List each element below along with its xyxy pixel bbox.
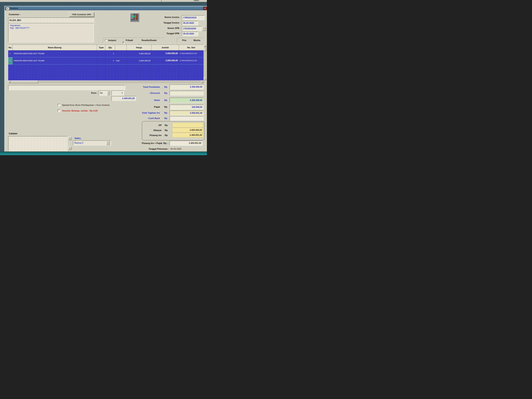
- sales-label: Sales,: [74, 137, 81, 140]
- row2-no: 1: [10, 59, 11, 62]
- dp-label: DP: [132, 124, 162, 127]
- voucher-belanja-checkbox[interactable]: [58, 109, 60, 112]
- kurs-rate-field[interactable]: 1: [112, 90, 124, 96]
- discount-field[interactable]: [170, 91, 204, 95]
- tanggal-invoice-field[interactable]: 05-03-2020: [182, 21, 198, 25]
- discount-label: - Discount: [129, 92, 160, 95]
- top-fragment-text: DMSI: [194, 0, 199, 1]
- customer-name-field[interactable]: ELIZA ,IBU: [8, 18, 94, 23]
- catatan-label: Catatan: [9, 132, 17, 135]
- tanggal-spb-value: 05-03-2020: [182, 32, 198, 36]
- radio-instansi[interactable]: [105, 39, 107, 42]
- row2-jumlah: 2.650.000,00: [152, 59, 178, 62]
- netto-value: 5.300.000,00: [170, 98, 203, 103]
- row1-qty: 1: [105, 52, 114, 55]
- total-pembelian-rp: Rp: [164, 86, 167, 89]
- row2-seri: E78664M9H933230: [180, 59, 197, 62]
- nomor-spb-value: 178J2010236: [182, 26, 201, 31]
- radio-pria-label[interactable]: Pria: [182, 39, 186, 42]
- close-button[interactable]: ✕: [203, 7, 207, 10]
- nomor-invoice-value: 178R2010233: [182, 16, 204, 20]
- customer-address-box: Yogyakarta Telp : 085743187777: [8, 23, 94, 43]
- hscroll-left-icon[interactable]: ◄: [8, 81, 11, 83]
- netto-rp: Rp: [164, 99, 167, 101]
- piutang-inv-field[interactable]: 2.409.091,00: [172, 133, 203, 138]
- total-pembelian-field: 5.300.000,00: [170, 84, 204, 89]
- sales-value: Resna C: [73, 141, 111, 145]
- header-nama-barang[interactable]: Nama Barang: [13, 45, 97, 51]
- header-no[interactable]: No.: [8, 45, 13, 51]
- kurs-dropdown-icon[interactable]: ▼: [107, 91, 110, 95]
- header-harga[interactable]: Harga: [127, 45, 152, 51]
- spesial-kurs-label[interactable]: Spesial Kurs (Kurs Pembayaran = Kurs Inv…: [62, 104, 109, 107]
- piutang-pajak-label: Piutang Inv + Pajak: [132, 142, 162, 145]
- nomor-spb-dropdown-icon[interactable]: ▼: [203, 26, 206, 31]
- piutang-pajak-value: 2.409.091,00: [170, 141, 202, 146]
- tanggal-invoice-label: Tanggal Invoice :: [150, 22, 181, 24]
- catatan-textarea[interactable]: [8, 136, 68, 151]
- header-jumlah[interactable]: Jumlah: [152, 45, 179, 51]
- desktop-taskband: [0, 152, 207, 155]
- kurs-rate-value: 1: [112, 91, 124, 95]
- top-fragment-divider: [161, 0, 162, 2]
- exit-button[interactable]: [130, 13, 139, 22]
- radio-pribadi[interactable]: [122, 42, 125, 44]
- tanggal-spb-field[interactable]: 05-03-2020: [182, 32, 198, 36]
- hscroll-right-icon[interactable]: ►: [201, 81, 204, 83]
- dibayar-rp: Rp: [165, 129, 168, 132]
- customer-city: Yogyakarta: [8, 23, 94, 27]
- header-unit[interactable]: [115, 45, 127, 51]
- sales-dropdown[interactable]: Resna C: [73, 140, 111, 146]
- sales-dropdown-icon[interactable]: ▼: [106, 141, 110, 145]
- row1-no: 1: [10, 52, 11, 55]
- exit-door-icon: [131, 14, 138, 21]
- column-resize-cursor-icon: ↔: [102, 46, 104, 49]
- barcode-entry-field[interactable]: [8, 85, 125, 90]
- spesial-kurs-checkbox[interactable]: [58, 104, 60, 106]
- voucher-belanja-label[interactable]: Voucher Belanja, senilai : Rp 0,00: [62, 109, 98, 112]
- piutang-inv-value: 2.409.091,00: [172, 133, 203, 137]
- cash-back-field[interactable]: [170, 116, 204, 121]
- radio-pribadi-label[interactable]: Pribadi: [126, 39, 133, 42]
- radio-reseller-dealer-label[interactable]: Reseller/Dealer: [142, 39, 157, 42]
- pilih-customer-spk-button[interactable]: Pilih Customer SPK: [69, 12, 94, 17]
- row2-qty: 1: [105, 59, 114, 62]
- hscroll-thumb[interactable]: [11, 81, 38, 83]
- catatan-scroll-down-icon[interactable]: ▼: [68, 146, 72, 150]
- customer-phone: Telp : 085743187777: [8, 27, 94, 29]
- pajak-label: Pajak: [129, 106, 160, 108]
- header-qty[interactable]: Qty: [105, 45, 115, 51]
- vscroll-thumb[interactable]: [204, 48, 206, 51]
- items-table-body[interactable]: 1 PRINTER BROTHER DCP-T510W 1 2.650.000,…: [8, 50, 204, 80]
- customer-label: Customer :: [9, 13, 21, 16]
- title-bar[interactable]: [5, 6, 207, 10]
- monitor-photo: DMSI C Invoice ✕ Customer : Pilih Custom…: [0, 0, 207, 155]
- nomor-invoice-label: Nomor Invoice :: [150, 16, 181, 19]
- customer-name-value: ELIZA ,IBU: [8, 18, 94, 23]
- cash-back-label: - Cash Back: [129, 117, 160, 120]
- piutang-pajak-field: 2.409.091,00: [170, 141, 203, 146]
- header-no-seri[interactable]: No. Seri: [179, 45, 204, 51]
- dp-field[interactable]: [172, 123, 203, 127]
- dp-rp: Rp: [165, 124, 168, 127]
- vscroll-down-icon[interactable]: ▼: [204, 78, 206, 80]
- row1-seri: E78664M9H933230: [180, 52, 197, 55]
- pajak-value: 240.909,00: [170, 105, 203, 109]
- kurs-label: Kurs :: [84, 92, 98, 94]
- discount-rp: Rp: [164, 92, 167, 95]
- vscroll-up-icon[interactable]: ▲: [204, 44, 206, 47]
- nomor-spb-field[interactable]: 178J2010236: [182, 26, 202, 31]
- dibayar-field[interactable]: 2.650.000,00: [172, 128, 203, 133]
- catatan-scroll-up-icon[interactable]: ▲: [68, 137, 72, 140]
- piutang-pajak-rp: Rp. :: [163, 142, 168, 145]
- tanggal-invoice-value: 05-03-2020: [182, 21, 198, 25]
- total-tagihan-field: 5.059.091,00: [170, 111, 204, 116]
- radio-instansi-label[interactable]: Instansi: [108, 39, 116, 42]
- netto-label: Netto: [129, 99, 160, 101]
- pelunasan-value: 05-03-2020: [171, 148, 181, 150]
- total-pembelian-value: 5.300.000,00: [170, 85, 203, 89]
- nomor-invoice-field[interactable]: 178R2010233: [182, 15, 204, 20]
- piutang-inv-label: Piutang Inv: [132, 134, 162, 137]
- radio-wanita-label[interactable]: Wanita: [193, 39, 200, 42]
- dibayar-label: Dibayar: [132, 129, 162, 132]
